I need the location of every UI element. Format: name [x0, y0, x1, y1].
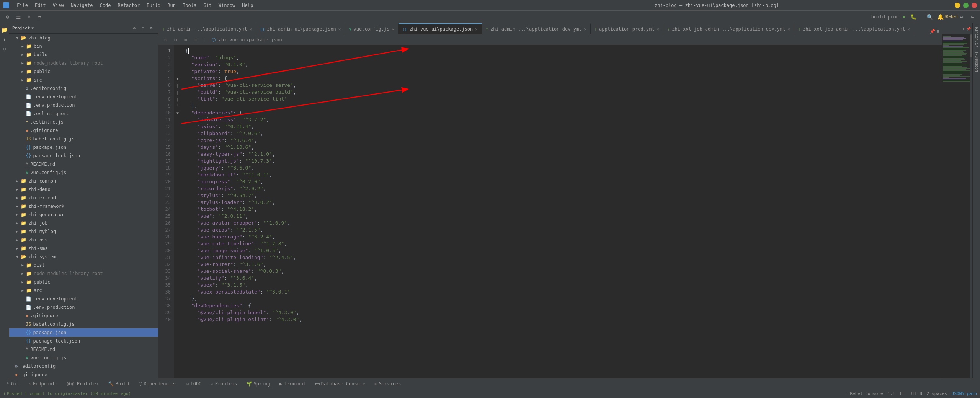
- tree-item-package-lock-1[interactable]: {} package-lock.json: [9, 152, 158, 160]
- menu-build[interactable]: Build: [144, 2, 163, 9]
- menu-navigate[interactable]: Navigate: [68, 2, 96, 9]
- tree-item-gitignore-1[interactable]: ◆ .gitignore: [9, 126, 158, 135]
- toolbar-edit[interactable]: ✎: [24, 12, 34, 21]
- editor-expand-btn[interactable]: ⊞: [181, 36, 190, 44]
- status-git-commit[interactable]: ⬆ Pushed 1 commit to origin/master (39 m…: [3, 391, 131, 396]
- toolbar-jrebel[interactable]: JRebel: [946, 12, 956, 21]
- tab-application-yml-1[interactable]: Y zhi-admin-...\application.yml ✕: [158, 23, 256, 34]
- tree-item-package-json-1[interactable]: {} package.json: [9, 143, 158, 152]
- tree-item-env-dev-1[interactable]: 📄 .env.development: [9, 93, 158, 101]
- menu-view[interactable]: View: [50, 2, 67, 9]
- menu-code[interactable]: Code: [97, 2, 114, 9]
- tab-vue-config[interactable]: V vue.config.js ✕: [345, 23, 399, 34]
- tree-item-eslintignore-1[interactable]: 📄 .eslintignore: [9, 109, 158, 118]
- problems-tab[interactable]: ⚠ Problems: [207, 379, 241, 389]
- build-tab[interactable]: 🔨 Build: [104, 379, 133, 389]
- minimize-button[interactable]: [955, 3, 960, 8]
- services-tab[interactable]: ⚙ Services: [371, 379, 405, 389]
- tab-app-prod-yml[interactable]: Y application-prod.yml ✕: [591, 23, 663, 34]
- status-lf[interactable]: LF: [900, 391, 905, 396]
- vcs-icon[interactable]: ⑂: [1, 46, 8, 54]
- tree-item-job[interactable]: ▶ 📁 zhi-job: [9, 219, 158, 227]
- tab-split-icon[interactable]: ⊞: [937, 29, 939, 34]
- tab-package-json-1[interactable]: {} zhi-admin-ui\package.json ✕: [256, 23, 345, 34]
- status-jrebel[interactable]: JRebel Console: [848, 391, 883, 396]
- tree-item-zhi-blog[interactable]: ▼ 📂 zhi-blog: [9, 34, 158, 42]
- status-indent[interactable]: 2 spaces: [927, 391, 947, 396]
- todo-tab[interactable]: ☑ TODO: [182, 379, 205, 389]
- tab-close-6[interactable]: ✕: [657, 27, 660, 32]
- tree-item-common[interactable]: ▶ 📁 zhi-common: [9, 177, 158, 185]
- editor-collapse-btn[interactable]: ⊟: [172, 36, 180, 44]
- tree-item-public-1[interactable]: ▶ 📁 public: [9, 67, 158, 76]
- db-console-tab[interactable]: 🗃 Database Console: [311, 379, 369, 389]
- tree-item-nm2[interactable]: ▶ 📁 node_modules library root: [9, 269, 158, 278]
- fold-arrow-5[interactable]: ▼: [174, 75, 181, 82]
- tree-item-vue-config-2[interactable]: V vue.config.js: [9, 354, 158, 362]
- status-encoding[interactable]: UTF-8: [910, 391, 922, 396]
- tab-pin-icon[interactable]: 📌: [929, 29, 935, 34]
- tab-app-dev-yml[interactable]: Y zhi-admin-...\application-dev.yml ✕: [482, 23, 591, 34]
- tree-item-dist[interactable]: ▶ 📁 dist: [9, 261, 158, 269]
- minimap-thumb[interactable]: [970, 34, 972, 57]
- dependencies-tab[interactable]: ⬡ Dependencies: [135, 379, 181, 389]
- minimap-expand-icon[interactable]: ⊞: [963, 27, 965, 31]
- tree-item-src-1[interactable]: ▶ 📁 src: [9, 76, 158, 84]
- tab-close-4[interactable]: ✕: [475, 27, 478, 32]
- toolbar-redo[interactable]: ↪: [968, 12, 977, 21]
- toolbar-list[interactable]: ☰: [14, 12, 23, 21]
- minimap-pin-icon[interactable]: 📌: [966, 27, 971, 31]
- tree-item-babel-1[interactable]: JS babel.config.js: [9, 135, 158, 143]
- tree-item-public-2[interactable]: ▶ 📁 public: [9, 278, 158, 286]
- menu-refactor[interactable]: Refactor: [114, 2, 143, 9]
- tree-item-myblog[interactable]: ▶ 📁 zhi-myblog: [9, 227, 158, 236]
- sidebar-collapse[interactable]: ⊟: [139, 24, 147, 32]
- profiler-tab[interactable]: @ @ Profiler: [63, 379, 103, 389]
- git-tab[interactable]: ⑂ Git: [3, 379, 23, 389]
- tree-item-readme-2[interactable]: M README.md: [9, 345, 158, 354]
- tree-item-framework[interactable]: ▶ 📁 zhi-framework: [9, 202, 158, 210]
- fold-arrow-10[interactable]: ▼: [174, 109, 181, 116]
- tree-item-package-json-2[interactable]: {} package.json: [9, 328, 158, 337]
- sidebar-locate[interactable]: ⊙: [131, 24, 138, 32]
- tree-item-sms[interactable]: ▶ 📁 zhi-sms: [9, 244, 158, 253]
- tree-item-oss[interactable]: ▶ 📁 zhi-oss: [9, 236, 158, 244]
- tree-item-src-2[interactable]: ▶ 📁 src: [9, 286, 158, 295]
- tab-xxl-yml[interactable]: Y zhi-xxl-job-admin-...\application.yml …: [794, 23, 914, 34]
- toolbar-search[interactable]: 🔍: [925, 12, 934, 21]
- sidebar-settings[interactable]: ⚙: [147, 24, 155, 32]
- project-icon[interactable]: 📁: [1, 26, 8, 34]
- tree-item-gitignore-2[interactable]: ◆ .gitignore: [9, 312, 158, 320]
- run-button[interactable]: ▶: [900, 13, 908, 21]
- tab-close-5[interactable]: ✕: [584, 27, 586, 32]
- minimap-scrollbar[interactable]: [970, 34, 972, 378]
- tab-close-3[interactable]: ✕: [392, 27, 394, 32]
- status-file-type[interactable]: JSON5-path: [952, 391, 977, 396]
- tree-item-node-modules-1[interactable]: ▶ 📁 node_modules library root: [9, 59, 158, 67]
- menu-run[interactable]: Run: [164, 2, 179, 9]
- menu-help[interactable]: Help: [239, 2, 256, 9]
- status-line-col[interactable]: 1:1: [888, 391, 895, 396]
- code-content[interactable]: { "name": "blogs", "version": "0.1.0", "…: [181, 45, 942, 378]
- toolbar-undo[interactable]: ↩: [957, 12, 966, 21]
- tree-item-babel-2[interactable]: JS babel.config.js: [9, 320, 158, 328]
- tab-xxl-dev-yml[interactable]: Y zhi-xxl-job-admin-...\application-dev.…: [663, 23, 794, 34]
- bookmarks-panel[interactable]: Bookmarks: [974, 49, 978, 72]
- terminal-tab[interactable]: ▶ Terminal: [276, 379, 310, 389]
- tree-item-env-dev-2[interactable]: 📄 .env.development: [9, 295, 158, 303]
- editor-settings-btn[interactable]: ⚙: [162, 36, 170, 44]
- editor-format-btn[interactable]: ≡: [191, 36, 200, 44]
- tree-item-demo[interactable]: ▶ 📁 zhi-demo: [9, 185, 158, 194]
- structure-panel[interactable]: Structure: [974, 24, 978, 47]
- menu-git[interactable]: Git: [200, 2, 215, 9]
- tree-item-build[interactable]: ▶ 📁 build: [9, 51, 158, 59]
- fold-arrow-1[interactable]: [174, 47, 181, 54]
- menu-tools[interactable]: Tools: [180, 2, 199, 9]
- menu-edit[interactable]: Edit: [32, 2, 49, 9]
- toolbar-sync[interactable]: ⇄: [35, 12, 44, 21]
- tree-item-vue-config-1[interactable]: V vue.config.js: [9, 168, 158, 177]
- endpoints-tab[interactable]: ⊙ Endpoints: [25, 379, 62, 389]
- tree-item-editorconfig-2[interactable]: ⚙ .editorconfig: [9, 362, 158, 370]
- tree-item-extend[interactable]: ▶ 📁 zhi-extend: [9, 194, 158, 202]
- tree-item-readme-1[interactable]: M README.md: [9, 160, 158, 168]
